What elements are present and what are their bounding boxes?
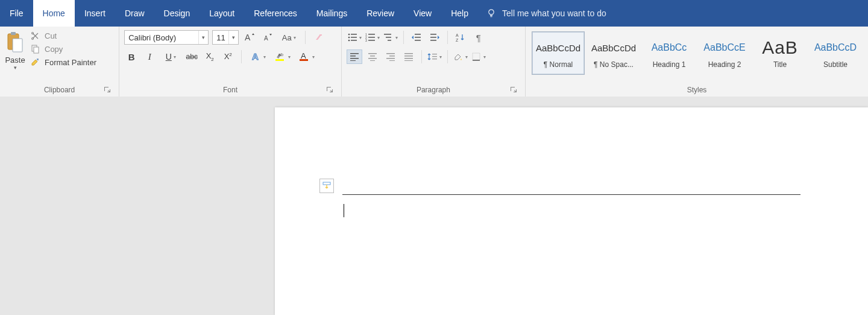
numbering-button[interactable]: 123▾ — [365, 30, 380, 45]
style-item---normal[interactable]: AaBbCcDd¶ Normal — [532, 31, 585, 75]
tab-insert[interactable]: Insert — [75, 0, 115, 27]
style-preview: AaBbCcDd — [591, 37, 636, 58]
font-color-button[interactable]: A▾ — [296, 49, 316, 64]
style-preview: AaBbCc — [652, 37, 687, 58]
paragraph-group-label: Paragraph — [347, 83, 520, 97]
style-item-heading-2[interactable]: AaBbCcEHeading 2 — [698, 31, 751, 75]
change-case-button[interactable]: Aa▾ — [278, 30, 299, 45]
header-separator — [342, 194, 800, 195]
menu-bar: File Home Insert Draw Design Layout Refe… — [0, 0, 868, 27]
align-right-button[interactable] — [383, 49, 398, 64]
tab-help[interactable]: Help — [441, 0, 478, 27]
svg-rect-52 — [404, 56, 413, 57]
svg-rect-17 — [351, 34, 357, 35]
group-font: Calibri (Body) ▾ 11 ▾ A A Aa▾ — [119, 27, 342, 97]
tab-mailings[interactable]: Mailings — [307, 0, 357, 27]
show-paragraph-marks-button[interactable]: ¶ — [471, 30, 486, 45]
document-page[interactable] — [275, 107, 868, 315]
copy-button[interactable]: Copy — [30, 43, 96, 54]
text-effects-button[interactable]: A▾ — [248, 49, 268, 64]
sort-button[interactable]: AZ — [453, 30, 468, 45]
svg-rect-2 — [11, 32, 16, 35]
decrease-indent-button[interactable] — [409, 30, 424, 45]
svg-text:A: A — [456, 33, 459, 37]
clipboard-launcher[interactable] — [103, 86, 112, 94]
style-name: ¶ Normal — [544, 60, 573, 69]
bullets-button[interactable]: ▾ — [347, 30, 362, 45]
svg-rect-46 — [370, 60, 375, 61]
increase-indent-button[interactable] — [427, 30, 442, 45]
align-left-button[interactable] — [347, 49, 362, 64]
paste-dropdown-icon[interactable]: ▾ — [14, 65, 17, 71]
style-gallery: AaBbCcDd¶ NormalAaBbCcDd¶ No Spac...AaBb… — [530, 30, 863, 76]
grow-font-button[interactable]: A — [242, 30, 257, 45]
borders-button[interactable]: ▾ — [471, 49, 486, 64]
svg-rect-42 — [350, 60, 356, 61]
line-spacing-button[interactable]: ▾ — [427, 49, 442, 64]
svg-rect-33 — [415, 40, 421, 41]
style-item-title[interactable]: AaBTitle — [753, 31, 807, 75]
svg-text:ab: ab — [278, 52, 283, 57]
svg-rect-39 — [350, 53, 359, 54]
clear-formatting-button[interactable] — [312, 30, 326, 45]
underline-button[interactable]: U▾ — [160, 49, 181, 64]
tell-me-search[interactable]: Tell me what you want to do — [478, 0, 615, 27]
svg-rect-50 — [389, 60, 395, 61]
multilevel-list-button[interactable]: ▾ — [383, 30, 398, 45]
font-launcher[interactable] — [326, 86, 334, 94]
italic-button[interactable]: I — [142, 49, 157, 64]
highlight-button[interactable]: ab▾ — [272, 49, 292, 64]
svg-rect-29 — [386, 37, 391, 38]
tab-file[interactable]: File — [0, 0, 33, 27]
bold-button[interactable]: B — [124, 49, 139, 64]
copy-label: Copy — [45, 45, 63, 54]
svg-rect-48 — [389, 56, 395, 57]
svg-rect-51 — [404, 53, 413, 54]
svg-rect-49 — [386, 58, 395, 59]
separator — [305, 31, 306, 44]
header-tag-icon[interactable] — [319, 179, 334, 193]
chevron-down-icon[interactable]: ▾ — [228, 31, 238, 44]
chevron-down-icon[interactable]: ▾ — [198, 31, 208, 44]
format-painter-button[interactable]: Format Painter — [30, 57, 96, 68]
cut-button[interactable]: Cut — [30, 30, 96, 41]
style-item---no-spac---[interactable]: AaBbCcDd¶ No Spac... — [587, 31, 640, 75]
superscript-button[interactable]: X2 — [221, 49, 235, 64]
paragraph-launcher[interactable] — [509, 86, 518, 94]
tab-view[interactable]: View — [404, 0, 441, 27]
svg-text:3: 3 — [365, 39, 367, 42]
tab-review[interactable]: Review — [357, 0, 404, 27]
strikethrough-button[interactable]: abc — [184, 49, 199, 64]
svg-text:A: A — [252, 51, 259, 62]
svg-rect-34 — [430, 34, 436, 35]
svg-rect-35 — [430, 37, 436, 38]
font-name-combo[interactable]: Calibri (Body) ▾ — [124, 30, 209, 45]
svg-rect-15 — [300, 59, 308, 61]
tab-home[interactable]: Home — [33, 0, 75, 27]
style-item-subtitle[interactable]: AaBbCcDSubtitle — [809, 31, 862, 75]
svg-rect-53 — [404, 58, 413, 59]
tab-design[interactable]: Design — [154, 0, 200, 27]
svg-point-0 — [489, 10, 494, 14]
shading-button[interactable]: ▾ — [453, 49, 468, 64]
svg-rect-54 — [404, 60, 413, 61]
subscript-button[interactable]: X2 — [203, 49, 217, 64]
style-preview: AaBbCcE — [703, 37, 745, 58]
svg-rect-58 — [473, 53, 480, 60]
tab-draw[interactable]: Draw — [115, 0, 154, 27]
style-preview: AaBbCcD — [814, 37, 857, 58]
style-name: Title — [773, 60, 787, 69]
paste-button[interactable]: Paste ▾ — [5, 30, 29, 71]
format-painter-label: Format Painter — [45, 58, 96, 67]
font-size-combo[interactable]: 11 ▾ — [212, 30, 239, 45]
tab-references[interactable]: References — [244, 0, 307, 27]
lightbulb-icon — [486, 8, 496, 18]
justify-button[interactable] — [401, 49, 417, 64]
tab-layout[interactable]: Layout — [200, 0, 244, 27]
group-paragraph: ▾ 123▾ ▾ — [342, 27, 526, 97]
style-item-heading-1[interactable]: AaBbCcHeading 1 — [643, 31, 696, 75]
copy-icon — [30, 43, 41, 54]
svg-rect-60 — [323, 182, 330, 185]
align-center-button[interactable] — [365, 49, 380, 64]
shrink-font-button[interactable]: A — [260, 30, 275, 45]
